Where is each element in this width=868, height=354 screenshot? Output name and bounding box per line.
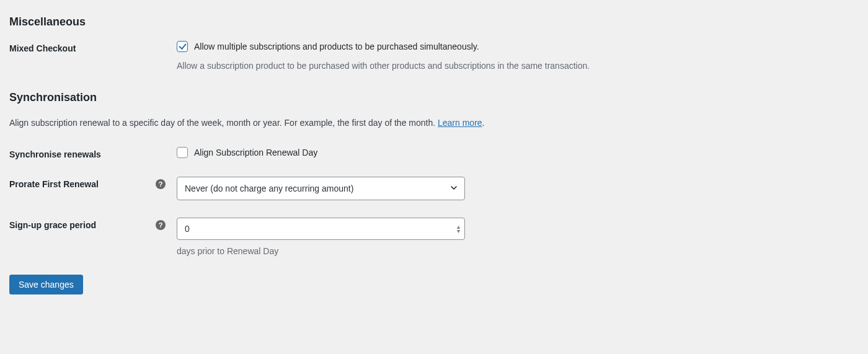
label-sync-renewals: Synchronise renewals: [9, 147, 177, 159]
row-sync-renewals: Synchronise renewals Align Subscription …: [9, 147, 859, 159]
section-miscellaneous: Miscellaneous Mixed Checkout Allow multi…: [9, 15, 859, 73]
label-grace: Sign-up grace period: [9, 220, 96, 230]
row-prorate: Prorate First Renewal ? Never (do not ch…: [9, 177, 859, 200]
help-icon[interactable]: ?: [156, 220, 166, 230]
row-grace-period: Sign-up grace period ? ▴▾ days prior to …: [9, 218, 859, 256]
suffix-grace: days prior to Renewal Day: [177, 246, 859, 256]
checkbox-label-mixed-checkout: Allow multiple subscriptions and product…: [194, 42, 479, 51]
label-wrap-prorate: Prorate First Renewal ?: [9, 177, 177, 189]
help-icon[interactable]: ?: [156, 179, 166, 189]
section-synchronisation: Synchronisation Align subscription renew…: [9, 91, 859, 256]
input-grace-period[interactable]: [177, 218, 465, 240]
content-prorate: Never (do not charge any recurring amoun…: [177, 177, 859, 200]
heading-miscellaneous: Miscellaneous: [9, 15, 859, 29]
save-button[interactable]: Save changes: [9, 275, 83, 294]
row-mixed-checkout: Mixed Checkout Allow multiple subscripti…: [9, 41, 859, 73]
checkbox-line-mixed-checkout[interactable]: Allow multiple subscriptions and product…: [177, 41, 859, 52]
label-wrap-grace: Sign-up grace period ?: [9, 218, 177, 230]
select-prorate[interactable]: Never (do not charge any recurring amoun…: [177, 177, 465, 200]
label-prorate: Prorate First Renewal: [9, 179, 99, 189]
label-mixed-checkout: Mixed Checkout: [9, 41, 177, 53]
heading-synchronisation: Synchronisation: [9, 91, 859, 104]
description-mixed-checkout: Allow a subscription product to be purch…: [177, 60, 859, 73]
checkbox-line-sync-renewals[interactable]: Align Subscription Renewal Day: [177, 147, 859, 158]
content-mixed-checkout: Allow multiple subscriptions and product…: [177, 41, 859, 73]
link-learn-more[interactable]: Learn more: [438, 118, 482, 128]
content-sync-renewals: Align Subscription Renewal Day: [177, 147, 859, 158]
checkbox-sync-renewals[interactable]: [177, 147, 188, 158]
checkbox-mixed-checkout[interactable]: [177, 41, 188, 52]
sync-desc-prefix: Align subscription renewal to a specific…: [9, 118, 438, 128]
content-grace: ▴▾ days prior to Renewal Day: [177, 218, 859, 256]
checkbox-label-sync-renewals: Align Subscription Renewal Day: [194, 148, 317, 157]
description-synchronisation: Align subscription renewal to a specific…: [9, 117, 859, 130]
sync-desc-suffix: .: [482, 118, 485, 128]
